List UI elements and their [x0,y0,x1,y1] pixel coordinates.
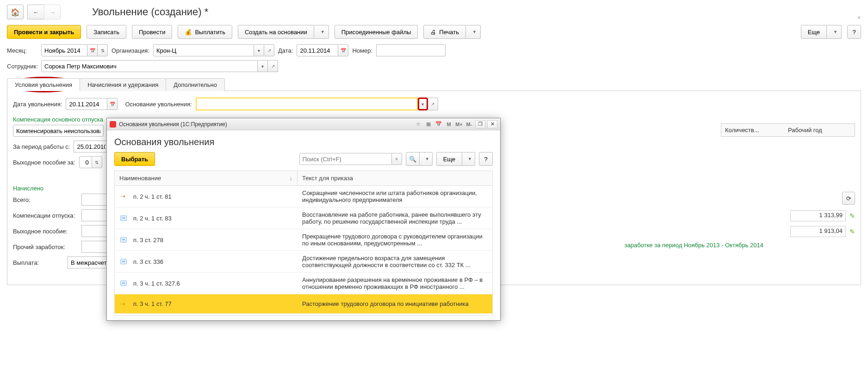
col-name-header[interactable]: Наименование [119,175,161,182]
grid-row[interactable]: п. 3 ч. 1 ст. 327.6Аннулирование разреше… [115,273,492,294]
employee-label: Сотрудник: [7,63,37,70]
grid-row[interactable]: п. 2 ч. 1 ст. 81Сокращение численности и… [115,186,492,207]
value-1: 1 313,99 [790,210,846,221]
number-input[interactable] [376,44,446,56]
create-on-basis-dropdown[interactable]: ▼ [314,25,329,39]
popup-titlebar-text: Основания увольнения (1С:Предприятие) [119,121,227,128]
tb-icon-2[interactable]: ▦ [424,120,433,128]
pay-button[interactable]: 💰Выплатить [178,25,232,39]
severance-label: Выходное пособие за: [13,159,75,166]
tab-conditions[interactable]: Условия увольнения [7,78,80,91]
select-button[interactable]: Выбрать [114,152,155,166]
col-text-header[interactable]: Текст для приказа [298,171,492,185]
more-button[interactable]: Еще [801,25,827,39]
period-hint: заработке за период Ноябрь 2013 - Октябр… [625,242,764,249]
home-button[interactable]: 🏠 [7,5,24,19]
row-text: Восстановление на работе работника, ране… [298,207,492,229]
back-button[interactable]: ← [27,5,44,19]
write-button[interactable]: Записать [87,25,126,39]
date-input[interactable] [297,44,338,56]
post-and-close-button[interactable]: Провести и закрыть [7,25,81,39]
close-icon[interactable]: × [857,14,861,21]
tab-additional[interactable]: Дополнительно [166,78,225,91]
search-dropdown[interactable]: ▼ [420,152,433,166]
row-icon [120,216,127,220]
payout-input[interactable] [68,256,111,268]
row-text: Расторжение трудового договора по инициа… [298,297,492,302]
row-icon [120,238,127,242]
employee-open-icon[interactable]: ↗ [268,60,278,72]
comp-input[interactable] [81,209,109,221]
row-name: п. 3 ст. 278 [133,237,163,244]
period-label: За период работы с: [13,143,70,150]
comp-label: Компенсации отпуска: [13,212,78,219]
payout-label: Выплата: [13,259,64,266]
results-table: Количеств... Рабочий год [721,123,855,137]
period-from-input[interactable] [74,140,109,152]
more-dropdown[interactable]: ▼ [827,25,842,39]
create-on-basis-button[interactable]: Создать на основании [238,25,314,39]
severance-stepper-icon[interactable]: ⇅ [92,156,102,168]
grid-row[interactable]: п. 3 ст. 336Достижение предельного возра… [115,251,492,273]
other-label: Прочий заработок: [13,244,78,250]
reason-label: Основание увольнения: [125,101,192,108]
reload-button[interactable]: ⟳ [842,192,855,205]
dismissal-date-calendar-icon[interactable]: 📅 [107,98,118,110]
search-input[interactable] [299,153,392,165]
value-2: 1 913,04 [790,226,846,237]
search-button[interactable]: 🔍 [406,152,420,166]
search-clear-icon[interactable]: × [392,153,402,165]
row-name: п. 3 ч. 1 ст. 77 [133,300,172,302]
severance-input[interactable] [79,156,92,168]
grid-row[interactable]: п. 3 ст. 278Прекращение трудового догово… [115,229,492,251]
tb-icon-m[interactable]: M [445,120,453,128]
grid-row[interactable]: п. 3 ч. 1 ст. 77Расторжение трудового до… [115,294,492,302]
sev-label: Выходное пособие: [13,228,78,235]
tb-icon-3[interactable]: 📅 [434,120,443,128]
pencil-icon[interactable]: ✎ [849,212,855,220]
popup-more-dropdown[interactable]: ▼ [462,152,475,166]
tab-accruals[interactable]: Начисления и удержания [80,78,166,91]
reason-open-icon[interactable]: ↗ [428,98,438,110]
org-label: Организация: [112,47,149,54]
tb-icon-mminus[interactable]: M- [465,120,473,128]
compensation-action-input[interactable] [13,125,104,137]
employee-input[interactable] [41,60,258,72]
other-input[interactable] [81,241,109,253]
help-button[interactable]: ? [847,25,861,39]
row-icon [120,259,127,264]
col-year: Рабочий год [788,127,851,134]
post-button[interactable]: Провести [132,25,173,39]
date-calendar-icon[interactable]: 📅 [338,44,348,56]
month-input[interactable] [41,44,87,56]
reason-dropdown-icon[interactable]: ▾ [418,98,428,110]
forward-button[interactable]: → [44,5,61,19]
window-restore-button[interactable]: ❐ [475,120,485,128]
sev-input[interactable] [81,225,109,237]
month-stepper-icon[interactable]: ⇅ [98,44,108,56]
money-icon: 💰 [185,29,192,36]
window-close-button[interactable]: ✕ [487,120,497,128]
employee-dropdown-icon[interactable]: ▾ [258,60,268,72]
print-button[interactable]: 🖨Печать [423,25,466,39]
tb-icon-1[interactable]: ☆ [414,120,422,128]
total-input[interactable] [81,194,109,206]
print-dropdown[interactable]: ▼ [466,25,481,39]
popup-help-button[interactable]: ? [479,152,493,166]
org-dropdown-icon[interactable]: ▾ [254,44,264,56]
popup-more-button[interactable]: Еще [436,152,462,166]
org-input[interactable] [153,44,254,56]
month-calendar-icon[interactable]: 📅 [87,44,98,56]
date-label: Дата: [278,47,293,54]
row-name: п. 3 ст. 336 [133,258,163,265]
number-label: Номер: [352,47,372,54]
attached-files-button[interactable]: Присоединенные файлы [335,25,418,39]
org-open-icon[interactable]: ↗ [264,44,274,56]
row-text: Сокращение численности или штата работни… [298,186,492,207]
dismissal-date-label: Дата увольнения: [13,101,62,108]
grid-row[interactable]: п. 2 ч. 1 ст. 83Восстановление на работе… [115,207,492,229]
dismissal-date-input[interactable] [66,98,107,110]
reason-input[interactable] [196,98,418,110]
pencil-icon[interactable]: ✎ [849,228,855,235]
tb-icon-mplus[interactable]: M+ [455,120,463,128]
